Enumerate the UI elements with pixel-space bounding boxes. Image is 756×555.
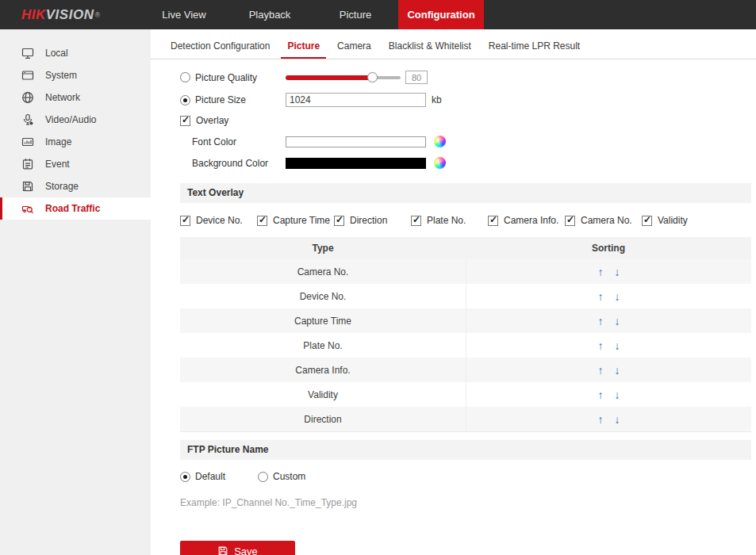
font-color-swatch[interactable] <box>286 136 426 147</box>
custom-radio[interactable] <box>258 472 268 482</box>
move-down-icon[interactable]: ↓ <box>615 266 620 278</box>
sidebar-item-road-traffic[interactable]: Road Traffic <box>0 197 151 220</box>
move-up-icon[interactable]: ↑ <box>598 291 604 302</box>
font-color-picker-icon[interactable] <box>434 136 446 147</box>
monitor-icon <box>21 47 35 60</box>
move-down-icon[interactable]: ↓ <box>615 414 620 425</box>
text-overlay-checkbox-row: Device No. Capture Time Direction Plate … <box>180 203 751 237</box>
image-icon <box>21 136 35 149</box>
capture-time-checkbox[interactable] <box>257 216 267 226</box>
plate-no-label: Plate No. <box>427 215 466 226</box>
sidebar-item-label: System <box>45 70 77 81</box>
default-radio[interactable] <box>180 472 190 482</box>
background-color-label: Background Color <box>192 158 268 169</box>
tab-realtime-lpr-result[interactable]: Real-time LPR Result <box>482 38 586 59</box>
slider-thumb[interactable] <box>367 72 378 82</box>
tab-bar: Detection Configuration Picture Camera B… <box>151 29 756 59</box>
ftp-default-option[interactable]: Default <box>180 471 258 482</box>
checkbox-capture-time[interactable]: Capture Time <box>257 215 334 226</box>
device-no-label: Device No. <box>196 215 243 226</box>
checkbox-device-no[interactable]: Device No. <box>180 215 257 226</box>
tab-detection-configuration[interactable]: Detection Configuration <box>164 38 276 59</box>
move-down-icon[interactable]: ↓ <box>615 389 620 400</box>
sidebar-item-video-audio[interactable]: Video/Audio <box>0 109 151 131</box>
text-overlay-section-header: Text Overlay <box>180 183 751 203</box>
move-down-icon[interactable]: ↓ <box>615 340 620 351</box>
ftp-example-text: Example: IP_Channel No._Time_Type.jpg <box>180 497 751 508</box>
nav-configuration[interactable]: Configuration <box>398 0 484 29</box>
plate-no-checkbox[interactable] <box>411 216 421 226</box>
tab-picture[interactable]: Picture <box>281 38 326 59</box>
background-color-picker-icon[interactable] <box>434 157 446 169</box>
picture-size-input[interactable] <box>286 93 426 107</box>
move-up-icon[interactable]: ↑ <box>598 389 604 400</box>
picture-size-row: Picture Size kb <box>180 93 751 107</box>
row-type-label: Camera Info. <box>180 365 466 376</box>
validity-label: Validity <box>658 215 688 226</box>
default-label: Default <box>195 471 225 482</box>
capture-time-label: Capture Time <box>273 215 330 226</box>
camera-info-label: Camera Info. <box>504 215 558 226</box>
save-button-label: Save <box>234 545 258 555</box>
row-type-label: Direction <box>180 414 466 425</box>
sorting-table: Type Sorting Camera No. ↑↓ Device No. ↑↓… <box>180 237 751 432</box>
sidebar-item-label: Video/Audio <box>45 114 97 125</box>
overlay-label: Overlay <box>196 115 228 126</box>
overlay-checkbox[interactable] <box>180 116 190 126</box>
row-type-label: Plate No. <box>180 340 466 351</box>
event-icon <box>21 158 35 171</box>
picture-quality-value[interactable] <box>405 71 428 84</box>
top-navbar: HIKVISION® Live View Playback Picture Co… <box>0 0 756 29</box>
checkbox-plate-no[interactable]: Plate No. <box>411 215 488 226</box>
row-type-label: Capture Time <box>180 316 466 327</box>
move-up-icon[interactable]: ↑ <box>598 316 604 327</box>
device-no-checkbox[interactable] <box>180 216 190 226</box>
checkbox-direction[interactable]: Direction <box>334 215 411 226</box>
sidebar-item-storage[interactable]: Storage <box>0 175 151 197</box>
sidebar-item-event[interactable]: Event <box>0 153 151 175</box>
checkbox-validity[interactable]: Validity <box>642 215 688 226</box>
sidebar-item-label: Network <box>45 92 80 103</box>
storage-icon <box>21 180 35 193</box>
move-up-icon[interactable]: ↑ <box>598 266 604 278</box>
sidebar-item-local[interactable]: Local <box>0 42 151 64</box>
checkbox-camera-info[interactable]: Camera Info. <box>488 215 565 226</box>
sidebar-item-label: Image <box>45 136 71 147</box>
sidebar-item-network[interactable]: Network <box>0 86 151 109</box>
camera-info-checkbox[interactable] <box>488 216 498 226</box>
save-button[interactable]: Save <box>180 541 295 555</box>
logo-text-vision: VISION <box>46 7 94 23</box>
tab-blacklist-whitelist[interactable]: Blacklist & Whitelist <box>382 38 478 59</box>
content-area: Detection Configuration Picture Camera B… <box>151 29 756 555</box>
picture-quality-row: Picture Quality <box>180 71 751 84</box>
sidebar-item-image[interactable]: Image <box>0 131 151 153</box>
checkbox-camera-no[interactable]: Camera No. <box>565 215 642 226</box>
picture-quality-slider[interactable] <box>286 72 401 83</box>
validity-checkbox[interactable] <box>642 216 652 226</box>
nav-live-view[interactable]: Live View <box>141 0 227 29</box>
save-icon <box>217 545 228 555</box>
sorting-column-header: Sorting <box>466 243 751 254</box>
picture-size-label: Picture Size <box>195 94 246 105</box>
ftp-custom-option[interactable]: Custom <box>258 471 336 482</box>
picture-quality-radio[interactable] <box>180 72 190 82</box>
direction-checkbox[interactable] <box>334 216 344 226</box>
tab-camera[interactable]: Camera <box>331 38 378 59</box>
sidebar-item-label: Storage <box>45 181 79 192</box>
move-down-icon[interactable]: ↓ <box>615 365 620 376</box>
camera-no-checkbox[interactable] <box>565 216 575 226</box>
move-up-icon[interactable]: ↑ <box>598 414 604 425</box>
sidebar-item-system[interactable]: System <box>0 64 151 86</box>
font-color-row: Font Color <box>180 136 751 147</box>
background-color-swatch[interactable] <box>286 158 426 169</box>
nav-picture[interactable]: Picture <box>313 0 398 29</box>
move-down-icon[interactable]: ↓ <box>615 291 620 302</box>
picture-size-radio[interactable] <box>180 95 190 105</box>
move-down-icon[interactable]: ↓ <box>615 316 620 327</box>
system-icon <box>21 69 35 82</box>
move-up-icon[interactable]: ↑ <box>598 365 604 376</box>
table-row: Device No. ↑↓ <box>180 284 751 308</box>
nav-playback[interactable]: Playback <box>227 0 313 29</box>
move-up-icon[interactable]: ↑ <box>598 340 604 351</box>
table-row: Validity ↑↓ <box>180 382 751 407</box>
